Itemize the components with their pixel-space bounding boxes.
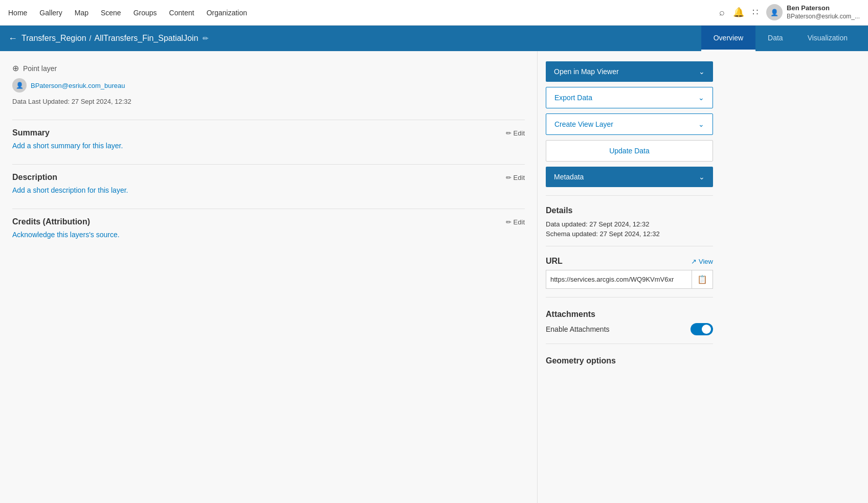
url-title: URL <box>546 257 563 266</box>
left-content: ⊕ Point layer 👤 BPaterson@esriuk.com_bur… <box>0 51 537 503</box>
nav-groups[interactable]: Groups <box>133 9 157 17</box>
user-info: 👤 Ben Paterson BPaterson@esriuk.com_... <box>766 4 860 20</box>
nav-scene[interactable]: Scene <box>101 9 121 17</box>
point-layer-icon: ⊕ <box>12 63 19 73</box>
breadcrumb-bar: ← Transfers_Region / AllTransfers_Fin_Sp… <box>0 26 868 51</box>
layer-type: ⊕ Point layer <box>12 63 525 73</box>
owner-avatar: 👤 <box>12 78 27 93</box>
layer-header: ⊕ Point layer 👤 BPaterson@esriuk.com_bur… <box>12 63 525 105</box>
summary-header: Summary ✏ Edit <box>12 128 525 138</box>
summary-edit-label: Edit <box>514 129 525 137</box>
owner-link[interactable]: BPaterson@esriuk.com_bureau <box>31 82 125 89</box>
geometry-section: Geometry options <box>546 356 713 365</box>
metadata-button[interactable]: Metadata ⌄ <box>546 167 713 187</box>
description-section: Description ✏ Edit Add a short descripti… <box>12 164 525 194</box>
update-data-button[interactable]: Update Data <box>546 140 713 162</box>
description-header: Description ✏ Edit <box>12 173 525 182</box>
breadcrumb-current: AllTransfers_Fin_SpatialJoin <box>94 34 198 43</box>
summary-section: Summary ✏ Edit Add a short summary for t… <box>12 120 525 150</box>
apps-icon[interactable]: ∷ <box>752 7 758 18</box>
open-map-viewer-button[interactable]: Open in Map Viewer ⌄ <box>546 61 713 82</box>
url-view-link[interactable]: ↗ View <box>691 258 713 265</box>
metadata-chevron-icon: ⌄ <box>699 173 705 181</box>
sidebar-divider-3 <box>546 297 713 298</box>
layer-type-label: Point layer <box>23 64 57 73</box>
sidebar-divider-2 <box>546 246 713 246</box>
nav-content[interactable]: Content <box>169 9 194 17</box>
user-name: Ben Paterson <box>787 4 860 13</box>
url-section: URL ↗ View 📋 <box>546 257 713 289</box>
export-data-button[interactable]: Export Data ⌄ <box>546 87 713 108</box>
url-input[interactable] <box>546 270 692 289</box>
description-edit-button[interactable]: ✏ Edit <box>506 174 525 181</box>
description-title: Description <box>12 173 57 182</box>
url-view-label: View <box>699 258 713 265</box>
user-email: BPaterson@esriuk.com_... <box>787 13 860 21</box>
top-nav: Home Gallery Map Scene Groups Content Or… <box>0 0 868 26</box>
tab-data[interactable]: Data <box>755 26 795 51</box>
user-details: Ben Paterson BPaterson@esriuk.com_... <box>787 4 860 20</box>
export-data-label: Export Data <box>554 94 592 102</box>
details-title: Details <box>546 206 713 215</box>
attachments-title: Attachments <box>546 310 713 319</box>
right-sidebar: Open in Map Viewer ⌄ Export Data ⌄ Creat… <box>537 51 721 503</box>
description-edit-label: Edit <box>514 174 525 181</box>
credits-link[interactable]: Acknowledge this layers's source. <box>12 231 120 239</box>
nav-organization[interactable]: Organization <box>207 9 247 17</box>
open-map-chevron-icon: ⌄ <box>699 67 705 76</box>
sidebar-divider-4 <box>546 344 713 344</box>
url-header: URL ↗ View <box>546 257 713 266</box>
attachments-row: Enable Attachments <box>546 323 713 335</box>
layer-owner: 👤 BPaterson@esriuk.com_bureau <box>12 78 525 93</box>
geometry-title: Geometry options <box>546 356 713 365</box>
user-avatar: 👤 <box>766 4 783 20</box>
create-view-layer-button[interactable]: Create View Layer ⌄ <box>546 113 713 135</box>
bell-icon[interactable]: 🔔 <box>733 7 744 18</box>
tab-overview[interactable]: Overview <box>701 26 755 51</box>
url-copy-button[interactable]: 📋 <box>692 270 713 289</box>
edit-pencil-icon-3: ✏ <box>506 218 511 226</box>
nav-gallery[interactable]: Gallery <box>39 9 62 17</box>
attachments-section: Attachments Enable Attachments <box>546 310 713 335</box>
back-arrow[interactable]: ← <box>8 33 17 44</box>
search-icon[interactable]: ⌕ <box>719 7 725 18</box>
create-view-chevron-icon: ⌄ <box>698 120 704 128</box>
main-layout: ⊕ Point layer 👤 BPaterson@esriuk.com_bur… <box>0 51 868 503</box>
nav-map[interactable]: Map <box>75 9 88 17</box>
summary-title: Summary <box>12 128 50 138</box>
description-link[interactable]: Add a short description for this layer. <box>12 186 128 194</box>
breadcrumb-separator: / <box>90 34 92 42</box>
data-updated-detail: Data updated: 27 Sept 2024, 12:32 <box>546 220 713 228</box>
tab-visualization[interactable]: Visualization <box>795 26 860 51</box>
credits-header: Credits (Attribution) ✏ Edit <box>12 217 525 226</box>
external-link-icon: ↗ <box>691 258 697 265</box>
enable-attachments-toggle[interactable] <box>691 323 713 335</box>
export-data-chevron-icon: ⌄ <box>698 94 704 102</box>
edit-pencil-icon: ✏ <box>506 129 511 137</box>
breadcrumb-parent[interactable]: Transfers_Region <box>21 34 86 43</box>
create-view-layer-label: Create View Layer <box>554 120 613 128</box>
nav-links: Home Gallery Map Scene Groups Content Or… <box>8 9 719 17</box>
copy-icon: 📋 <box>697 275 707 284</box>
credits-edit-button[interactable]: ✏ Edit <box>506 218 525 226</box>
schema-updated-detail: Schema updated: 27 Sept 2024, 12:32 <box>546 230 713 238</box>
metadata-label: Metadata <box>554 173 584 181</box>
credits-title: Credits (Attribution) <box>12 217 90 226</box>
summary-edit-button[interactable]: ✏ Edit <box>506 129 525 137</box>
credits-section: Credits (Attribution) ✏ Edit Acknowledge… <box>12 209 525 239</box>
data-updated: Data Last Updated: 27 Sept 2024, 12:32 <box>12 98 525 105</box>
breadcrumb-tabs: Overview Data Visualization <box>701 26 860 51</box>
nav-right: ⌕ 🔔 ∷ 👤 Ben Paterson BPaterson@esriuk.co… <box>719 4 860 20</box>
open-map-viewer-label: Open in Map Viewer <box>554 67 619 76</box>
update-data-label: Update Data <box>609 147 650 155</box>
summary-link[interactable]: Add a short summary for this layer. <box>12 142 123 150</box>
sidebar-divider-1 <box>546 195 713 196</box>
toggle-slider <box>691 323 713 335</box>
url-input-row: 📋 <box>546 270 713 289</box>
edit-pencil-icon-2: ✏ <box>506 174 511 181</box>
breadcrumb-edit-icon[interactable]: ✏ <box>203 34 209 42</box>
credits-edit-label: Edit <box>514 218 525 226</box>
enable-attachments-label: Enable Attachments <box>546 325 610 333</box>
nav-home[interactable]: Home <box>8 9 27 17</box>
details-section: Details Data updated: 27 Sept 2024, 12:3… <box>546 206 713 238</box>
